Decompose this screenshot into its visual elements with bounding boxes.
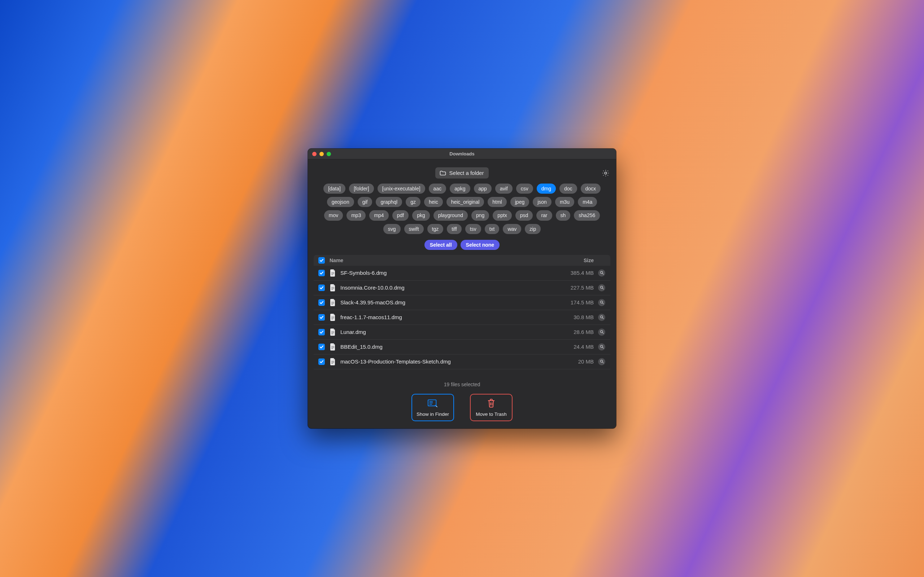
filter-tag[interactable]: [unix-executable] <box>378 184 425 193</box>
move-to-trash-button[interactable]: Move to Trash <box>470 394 512 421</box>
row-checkbox[interactable] <box>318 358 325 365</box>
row-checkbox[interactable] <box>318 299 325 306</box>
window-title: Downloads <box>449 151 474 156</box>
filter-tag[interactable]: jpeg <box>510 197 529 207</box>
filter-tag[interactable]: pkg <box>412 210 430 220</box>
filter-tag[interactable]: gz <box>406 197 420 207</box>
reveal-in-finder-icon <box>427 398 438 408</box>
filter-tag[interactable]: mp3 <box>347 210 366 220</box>
reveal-in-finder-row-button[interactable] <box>598 299 605 306</box>
filter-tag[interactable]: pptx <box>493 210 512 220</box>
filter-tag[interactable]: swift <box>404 224 424 234</box>
column-header-size[interactable]: Size <box>551 258 594 263</box>
row-checkbox[interactable] <box>318 285 325 291</box>
filter-tag[interactable]: avif <box>495 184 512 193</box>
svg-point-24 <box>600 345 603 348</box>
table-row[interactable]: BBEdit_15.0.dmg24.4 MB <box>313 340 611 355</box>
file-size: 385.4 MB <box>551 270 594 276</box>
filter-tag[interactable]: doc <box>559 184 577 193</box>
file-size: 30.8 MB <box>551 314 594 320</box>
reveal-in-finder-row-button[interactable] <box>598 358 605 365</box>
filter-tag[interactable]: psd <box>515 210 533 220</box>
svg-rect-18 <box>331 332 334 333</box>
filter-tag[interactable]: csv <box>516 184 533 193</box>
file-name: BBEdit_15.0.dmg <box>340 344 546 350</box>
table-row[interactable]: macOS-13-Production-Templates-Sketch.dmg… <box>313 355 611 369</box>
select-folder-button[interactable]: Select a folder <box>435 167 489 179</box>
row-checkbox[interactable] <box>318 270 325 276</box>
check-icon <box>320 330 324 334</box>
select-all-checkbox[interactable] <box>318 257 325 264</box>
reveal-in-finder-row-button[interactable] <box>598 314 605 321</box>
filter-tag[interactable]: tgz <box>427 224 444 234</box>
zoom-window-button[interactable] <box>327 152 331 156</box>
svg-point-20 <box>600 331 603 333</box>
filter-tag[interactable]: apkg <box>450 184 470 193</box>
row-checkbox[interactable] <box>318 329 325 335</box>
svg-point-12 <box>600 301 603 303</box>
filter-tags: [data][folder][unix-executable]aacapkgap… <box>314 184 610 234</box>
filter-tag[interactable]: mov <box>324 210 343 220</box>
filter-tag[interactable]: playground <box>433 210 468 220</box>
settings-button[interactable] <box>602 169 610 177</box>
table-row[interactable]: Slack-4.39.95-macOS.dmg174.5 MB <box>313 295 611 310</box>
select-all-button[interactable]: Select all <box>425 240 457 250</box>
filter-tag[interactable]: sh <box>556 210 571 220</box>
filter-tag[interactable]: docx <box>581 184 601 193</box>
filter-tag[interactable]: heic <box>424 197 443 207</box>
file-name: Slack-4.39.95-macOS.dmg <box>340 299 546 305</box>
column-header-name[interactable]: Name <box>330 258 546 263</box>
reveal-in-finder-row-button[interactable] <box>598 269 605 277</box>
toolbar: Select a folder [data][folder][unix-exec… <box>308 160 616 250</box>
close-window-button[interactable] <box>312 152 317 156</box>
filter-tag[interactable]: dmg <box>537 184 556 193</box>
row-checkbox[interactable] <box>318 344 325 350</box>
file-name: freac-1.1.7-macos11.dmg <box>340 314 546 320</box>
filter-tag[interactable]: html <box>488 197 506 207</box>
filter-tag[interactable]: zip <box>525 224 541 234</box>
filter-tag[interactable]: svg <box>383 224 401 234</box>
table-row[interactable]: Lunar.dmg28.6 MB <box>313 325 611 340</box>
filter-tag[interactable]: tiff <box>447 224 462 234</box>
filter-tag[interactable]: rar <box>536 210 552 220</box>
filter-tag[interactable]: [data] <box>323 184 346 193</box>
reveal-in-finder-row-button[interactable] <box>598 284 605 292</box>
filter-tag[interactable]: aac <box>429 184 446 193</box>
filter-tag[interactable]: m3u <box>555 197 574 207</box>
reveal-in-finder-row-button[interactable] <box>598 329 605 336</box>
svg-rect-5 <box>331 287 334 287</box>
filter-tag[interactable]: sha256 <box>574 210 600 220</box>
table-row[interactable]: Insomnia.Core-10.0.0.dmg227.5 MB <box>313 280 611 295</box>
check-icon <box>320 345 324 349</box>
table-header: Name Size <box>313 255 611 266</box>
filter-tag[interactable]: graphql <box>376 197 402 207</box>
reveal-in-finder-row-button[interactable] <box>598 343 605 351</box>
filter-tag[interactable]: app <box>474 184 492 193</box>
filter-tag[interactable]: pdf <box>393 210 409 220</box>
table-row[interactable]: freac-1.1.7-macos11.dmg30.8 MB <box>313 310 611 325</box>
file-name: Insomnia.Core-10.0.0.dmg <box>340 285 546 291</box>
table-row[interactable]: SF-Symbols-6.dmg385.4 MB <box>313 266 611 280</box>
filter-tag[interactable]: m4a <box>578 197 597 207</box>
svg-rect-22 <box>331 347 334 348</box>
row-checkbox[interactable] <box>318 314 325 321</box>
check-icon <box>320 359 324 364</box>
file-size: 24.4 MB <box>551 344 594 350</box>
file-size: 174.5 MB <box>551 299 594 305</box>
filter-tag[interactable]: json <box>533 197 551 207</box>
filter-tag[interactable]: tsv <box>465 224 481 234</box>
svg-rect-13 <box>331 317 334 317</box>
filter-tag[interactable]: gif <box>358 197 373 207</box>
select-none-button[interactable]: Select none <box>460 240 500 250</box>
minimize-window-button[interactable] <box>320 152 324 156</box>
show-in-finder-button[interactable]: Show in Finder <box>412 394 454 421</box>
file-size: 227.5 MB <box>551 285 594 291</box>
check-icon <box>320 285 324 290</box>
filter-tag[interactable]: txt <box>485 224 499 234</box>
filter-tag[interactable]: geojson <box>327 197 354 207</box>
filter-tag[interactable]: [folder] <box>349 184 374 193</box>
filter-tag[interactable]: heic_original <box>446 197 485 207</box>
filter-tag[interactable]: png <box>472 210 489 220</box>
filter-tag[interactable]: mp4 <box>369 210 388 220</box>
filter-tag[interactable]: wav <box>503 224 521 234</box>
